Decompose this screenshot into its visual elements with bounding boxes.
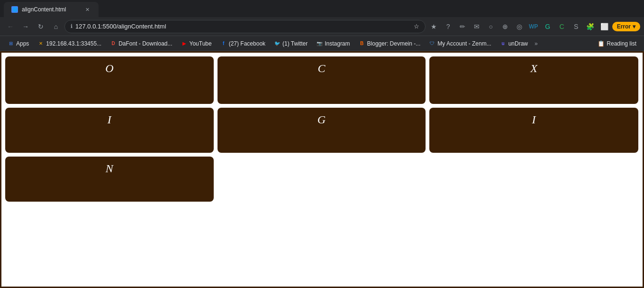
box-n: N (5, 157, 214, 202)
youtube-icon: ▶ (181, 40, 188, 47)
bookmark-youtube-label: YouTube (190, 40, 212, 47)
toolbar-right: ★ ? ✏ ✉ ○ ⊕ ◎ WP G C S 🧩 ⬜ Error ▾ (427, 20, 640, 33)
forward-button[interactable]: → (19, 20, 32, 33)
back-button[interactable]: ← (4, 20, 17, 33)
tab-title: alignContent.html (22, 6, 80, 13)
tab-close-button[interactable]: ✕ (83, 6, 91, 13)
active-tab[interactable]: 🌐 alignContent.html ✕ (4, 2, 99, 17)
bookmark-undraw[interactable]: u unDraw (496, 39, 532, 48)
bookmark-apps-label: Apps (16, 40, 29, 47)
error-button[interactable]: Error ▾ (612, 22, 640, 31)
bookmark-dafont[interactable]: D DaFont - Download... (106, 39, 176, 48)
undraw-icon: u (500, 40, 507, 47)
profile-icon[interactable]: ★ (427, 20, 441, 33)
bookmark-blogger[interactable]: B Blogger: Devmein -... (355, 39, 425, 48)
box-x-letter: X (530, 62, 537, 75)
apps-grid-icon: ⊞ (8, 40, 14, 47)
bookmark-instagram-label: Instagram (325, 40, 350, 47)
box-i2-letter: I (532, 113, 536, 126)
home-button[interactable]: ⌂ (49, 20, 63, 33)
bookmark-zenm[interactable]: 🛡 My Account - Zenm... (425, 39, 495, 48)
error-chevron-icon: ▾ (633, 23, 635, 30)
mail-icon[interactable]: ✉ (470, 20, 483, 33)
reading-list-label: Reading list (607, 40, 636, 47)
box-o-letter: O (105, 62, 113, 75)
twitter-icon: 🐦 (274, 40, 281, 47)
bookmark-facebook-label: (27) Facebook (229, 40, 265, 47)
box-i1: I (5, 108, 214, 153)
tab-favicon: 🌐 (11, 6, 18, 13)
reload-button[interactable]: ↻ (34, 20, 47, 33)
box-i2: I (429, 108, 638, 153)
norton-icon[interactable]: ◎ (513, 20, 526, 33)
bookmark-dafont-label: DaFont - Download... (118, 40, 172, 47)
lock-icon: ℹ (71, 23, 73, 29)
bookmark-facebook[interactable]: f (27) Facebook (217, 39, 269, 48)
bookmark-instagram[interactable]: 📷 Instagram (312, 39, 354, 48)
screenshot-icon[interactable]: ⬜ (598, 20, 611, 33)
xmarks-icon: ✕ (37, 40, 44, 47)
page-area: O C X I G I N (0, 51, 644, 288)
instagram-icon: 📷 (316, 40, 323, 47)
bookmarks-bar: ⊞ Apps ✕ 192.168.43.1:33455... D DaFont … (0, 36, 644, 51)
facebook-icon: f (220, 40, 227, 47)
reading-list-icon: 📋 (598, 40, 605, 47)
bookmark-xmarks-label: 192.168.43.1:33455... (46, 40, 101, 47)
webpage-content: O C X I G I N (0, 51, 644, 288)
search-icon[interactable]: ? (442, 20, 455, 33)
bookmark-apps[interactable]: ⊞ Apps (4, 39, 33, 48)
address-text: 127.0.0.1:5500/alignContent.html (75, 23, 411, 30)
box-g-letter: G (317, 113, 326, 126)
wp-icon[interactable]: WP (527, 20, 540, 33)
box-g: G (218, 108, 426, 153)
box-i1-letter: I (108, 113, 111, 126)
bookmark-zenm-label: My Account - Zenm... (437, 40, 491, 47)
browser-window: 🌐 alignContent.html ✕ ← → ↻ ⌂ ℹ 127.0.0.… (0, 0, 644, 288)
box-n-letter: N (106, 162, 113, 175)
puzzle-icon[interactable]: 🧩 (584, 20, 597, 33)
box-x: X (429, 56, 638, 104)
zenm-shield-icon: 🛡 (429, 40, 435, 47)
address-bar[interactable]: ℹ 127.0.0.1:5500/alignContent.html ☆ (64, 20, 426, 33)
bookmark-twitter-label: (1) Twitter (282, 40, 308, 47)
reading-list-button[interactable]: 📋 Reading list (594, 39, 640, 48)
pen-icon[interactable]: ✏ (456, 20, 469, 33)
color-icon[interactable]: C (555, 20, 569, 33)
box-c: C (218, 56, 426, 104)
bookmark-star-icon[interactable]: ☆ (414, 23, 419, 30)
opera-icon[interactable]: ○ (484, 20, 498, 33)
s-icon[interactable]: S (570, 20, 583, 33)
bookmark-undraw-label: unDraw (508, 40, 528, 47)
box-o: O (5, 56, 214, 104)
grammarly-icon[interactable]: G (541, 20, 554, 33)
toolbar: ← → ↻ ⌂ ℹ 127.0.0.1:5500/alignContent.ht… (0, 17, 644, 36)
blogger-icon: B (359, 40, 365, 47)
error-label: Error (617, 23, 631, 30)
bookmark-twitter[interactable]: 🐦 (1) Twitter (270, 39, 311, 48)
box-c-letter: C (317, 62, 325, 75)
dafont-icon: D (110, 40, 117, 47)
bookmark-blogger-label: Blogger: Devmein -... (367, 40, 421, 47)
tab-bar: 🌐 alignContent.html ✕ (0, 0, 644, 17)
more-bookmarks-icon[interactable]: » (533, 40, 540, 47)
bookmark-youtube[interactable]: ▶ YouTube (177, 39, 216, 48)
lastpass-icon[interactable]: ⊕ (499, 20, 512, 33)
bookmark-xmarks[interactable]: ✕ 192.168.43.1:33455... (34, 39, 105, 48)
